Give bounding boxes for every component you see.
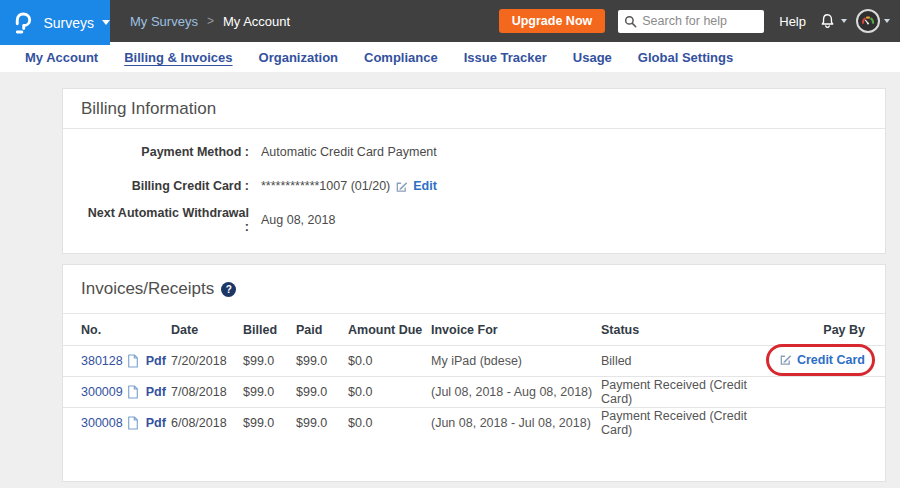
edit-pencil-icon — [779, 353, 792, 366]
chevron-down-icon — [841, 19, 847, 23]
masked-card-number: ************1007 (01/20) — [261, 179, 390, 193]
product-switcher[interactable]: Surveys — [0, 0, 110, 45]
invoice-billed: $99.0 — [243, 408, 296, 439]
invoices-card-title: Invoices/Receipts — [81, 279, 214, 299]
header-actions: Upgrade Now Help — [499, 9, 900, 33]
invoices-card-header: Invoices/Receipts ? — [63, 265, 885, 313]
invoice-for: (Jun 08, 2018 - Jul 08, 2018) — [431, 408, 601, 439]
invoice-number-link[interactable]: 300009 — [81, 385, 123, 399]
tab-my-account[interactable]: My Account — [12, 50, 111, 65]
col-header-amount-due: Amount Due — [348, 314, 431, 346]
questionpro-logo-icon — [13, 10, 33, 36]
tab-billing-invoices[interactable]: Billing & Invoices — [111, 50, 245, 65]
upgrade-now-button[interactable]: Upgrade Now — [499, 9, 606, 33]
invoice-row-380128: 380128 Pdf 7/20/2018 $99.0 $99.0 $0.0 My… — [63, 346, 885, 377]
invoice-billed: $99.0 — [243, 377, 296, 408]
card-footer-space — [63, 439, 885, 481]
billing-credit-card-value: ************1007 (01/20) Edit — [261, 179, 437, 193]
account-settings-tabs: My Account Billing & Invoices Organizati… — [0, 42, 900, 72]
pdf-download-link[interactable]: Pdf — [146, 416, 166, 430]
col-header-invoice-for: Invoice For — [431, 314, 601, 346]
col-header-date: Date — [171, 314, 243, 346]
invoice-amount-due: $0.0 — [348, 377, 431, 408]
invoice-row-300008: 300008 Pdf 6/08/2018 $99.0 $99.0 $0.0 (J… — [63, 408, 885, 439]
edit-pencil-icon — [395, 180, 408, 193]
pay-by-empty — [773, 408, 885, 439]
chevron-down-icon — [884, 19, 890, 23]
credit-card-link[interactable]: Credit Card — [797, 353, 865, 367]
help-link[interactable]: Help — [779, 14, 806, 29]
payment-method-label: Payment Method : — [81, 145, 249, 159]
payment-method-row: Payment Method : Automatic Credit Card P… — [63, 135, 885, 169]
top-header-bar: Surveys My Surveys > My Account Upgrade … — [0, 0, 900, 42]
gauge-avatar-icon — [860, 13, 876, 29]
help-search — [618, 10, 764, 33]
next-withdrawal-value: Aug 08, 2018 — [261, 213, 335, 227]
payment-method-value: Automatic Credit Card Payment — [261, 145, 437, 159]
billing-credit-card-label: Billing Credit Card : — [81, 179, 249, 193]
invoice-number-link[interactable]: 300008 — [81, 416, 123, 430]
invoice-paid: $99.0 — [296, 377, 348, 408]
bell-icon — [818, 12, 837, 31]
account-menu-button[interactable] — [856, 9, 890, 33]
invoice-number-link[interactable]: 380128 — [81, 354, 123, 368]
invoices-receipts-card: Invoices/Receipts ? No. Date Billed Paid… — [62, 264, 886, 482]
invoice-date: 7/20/2018 — [171, 346, 243, 377]
invoice-date: 6/08/2018 — [171, 408, 243, 439]
breadcrumb-separator: > — [207, 14, 214, 28]
col-header-status: Status — [601, 314, 773, 346]
breadcrumb: My Surveys > My Account — [130, 14, 290, 29]
page-content: Billing Information Payment Method : Aut… — [0, 72, 900, 482]
pdf-download-link[interactable]: Pdf — [146, 385, 166, 399]
pdf-file-icon — [127, 416, 139, 430]
invoice-date: 7/08/2018 — [171, 377, 243, 408]
help-question-icon[interactable]: ? — [221, 282, 236, 297]
invoice-paid: $99.0 — [296, 346, 348, 377]
invoice-status: Payment Received (Credit Card) — [601, 377, 773, 408]
tab-usage[interactable]: Usage — [560, 50, 625, 65]
notifications-button[interactable] — [818, 12, 847, 31]
chevron-down-icon — [102, 20, 110, 25]
breadcrumb-my-surveys[interactable]: My Surveys — [130, 14, 198, 29]
tab-issue-tracker[interactable]: Issue Tracker — [451, 50, 560, 65]
pdf-download-link[interactable]: Pdf — [146, 354, 166, 368]
billing-credit-card-row: Billing Credit Card : ************1007 (… — [63, 169, 885, 203]
next-withdrawal-row: Next Automatic Withdrawal : Aug 08, 2018 — [63, 203, 885, 237]
billing-card-title: Billing Information — [81, 99, 216, 119]
billing-information-card: Billing Information Payment Method : Aut… — [62, 88, 886, 254]
invoice-for: My iPad (bdese) — [431, 346, 601, 377]
invoice-amount-due: $0.0 — [348, 346, 431, 377]
col-header-billed: Billed — [243, 314, 296, 346]
edit-credit-card-link[interactable]: Edit — [413, 179, 437, 193]
pay-by-empty — [773, 377, 885, 408]
pay-by-credit-card: Credit Card — [779, 353, 865, 367]
tab-compliance[interactable]: Compliance — [351, 50, 451, 65]
col-header-no: No. — [63, 314, 171, 346]
search-input[interactable] — [618, 10, 764, 33]
product-menu-label: Surveys — [43, 15, 94, 31]
breadcrumb-current-page: My Account — [223, 14, 290, 29]
billing-card-body: Payment Method : Automatic Credit Card P… — [63, 129, 885, 253]
invoice-billed: $99.0 — [243, 346, 296, 377]
invoice-amount-due: $0.0 — [348, 408, 431, 439]
search-icon — [624, 15, 637, 28]
col-header-pay-by: Pay By — [773, 314, 885, 346]
billing-card-header: Billing Information — [63, 89, 885, 129]
invoice-paid: $99.0 — [296, 408, 348, 439]
invoices-table: No. Date Billed Paid Amount Due Invoice … — [63, 313, 885, 439]
invoice-status: Billed — [601, 346, 773, 377]
tab-global-settings[interactable]: Global Settings — [625, 50, 746, 65]
col-header-paid: Paid — [296, 314, 348, 346]
avatar — [856, 9, 880, 33]
invoice-row-300009: 300009 Pdf 7/08/2018 $99.0 $99.0 $0.0 (J… — [63, 377, 885, 408]
invoice-status: Payment Received (Credit Card) — [601, 408, 773, 439]
pdf-file-icon — [127, 385, 139, 399]
invoice-for: (Jul 08, 2018 - Aug 08, 2018) — [431, 377, 601, 408]
tab-organization[interactable]: Organization — [246, 50, 351, 65]
next-withdrawal-label: Next Automatic Withdrawal : — [81, 206, 249, 234]
pdf-file-icon — [127, 354, 139, 368]
invoices-table-header-row: No. Date Billed Paid Amount Due Invoice … — [63, 314, 885, 346]
